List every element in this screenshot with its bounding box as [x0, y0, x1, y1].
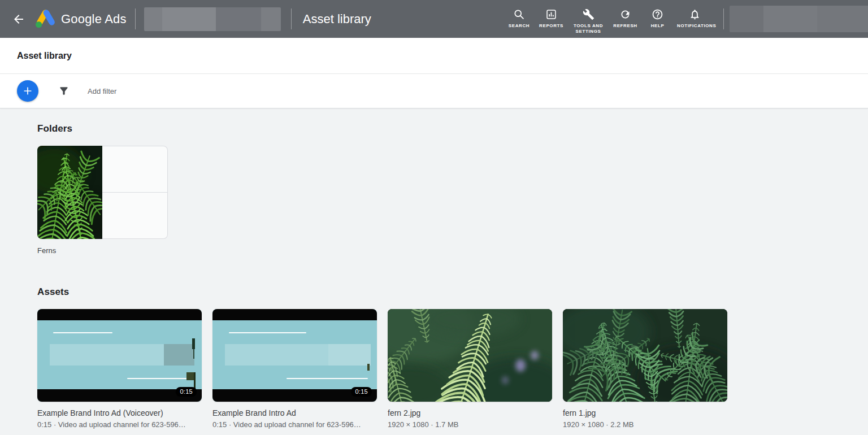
content-area: Folders Ferns Assets: [0, 108, 868, 435]
filter-button[interactable]: [58, 85, 70, 97]
asset-title: Example Brand Intro Ad (Voiceover): [37, 408, 202, 417]
reports-icon: [545, 8, 557, 20]
asset-meta: 0:15 · Video ad upload channel for 623-5…: [37, 420, 202, 429]
asset-title: fern 1.jpg: [563, 408, 727, 417]
header-divider: [723, 8, 724, 29]
page-title-row: Asset library: [0, 38, 868, 74]
top-app-bar: Google Ads Asset library SEARCH REPORTS: [0, 0, 868, 38]
tools-icon: [583, 8, 594, 20]
header-context-title: Asset library: [303, 12, 371, 27]
add-button[interactable]: [17, 80, 38, 102]
blurred-account-selector: [144, 7, 281, 31]
fern-photo: [37, 146, 102, 239]
asset-meta: 0:15 · Video ad upload channel for 623-5…: [212, 420, 377, 429]
asset-card-image-fern2[interactable]: fern 2.jpg 1920 × 1080 · 1.7 MB: [388, 309, 552, 429]
fern-photo: [563, 309, 727, 402]
filter-funnel-icon: [58, 85, 70, 97]
asset-title: Example Brand Intro Ad: [212, 408, 377, 417]
image-thumbnail: [388, 309, 552, 402]
header-nav: SEARCH REPORTS TOOLS AND SETTINGS REFRES…: [503, 0, 715, 34]
add-filter-label[interactable]: Add filter: [88, 87, 116, 95]
refresh-icon: [619, 8, 631, 20]
nav-refresh[interactable]: REFRESH: [609, 8, 641, 29]
arrow-back-icon: [12, 12, 25, 26]
folder-card-ferns[interactable]: [37, 146, 168, 239]
header-divider: [291, 8, 292, 29]
nav-tools-and-settings[interactable]: TOOLS AND SETTINGS: [567, 8, 609, 34]
help-icon: [652, 8, 663, 20]
folder-thumbnail-image: [37, 146, 102, 239]
folder-name: Ferns: [37, 246, 868, 255]
nav-search[interactable]: SEARCH: [503, 8, 535, 29]
asset-card-video-1[interactable]: 0:15 Example Brand Intro Ad (Voiceover) …: [37, 309, 202, 429]
filter-bar: Add filter: [0, 74, 868, 108]
blurred-account-info: [730, 6, 868, 32]
nav-help[interactable]: HELP: [641, 8, 674, 29]
video-thumbnail: 0:15: [212, 309, 377, 402]
back-button[interactable]: [12, 12, 25, 26]
search-icon: [513, 8, 525, 20]
asset-meta: 1920 × 1080 · 1.7 MB: [388, 420, 552, 429]
video-thumbnail: 0:15: [37, 309, 202, 402]
notifications-icon: [689, 8, 701, 20]
header-divider: [135, 8, 136, 29]
product-name: Google Ads: [61, 12, 127, 27]
folders-heading: Folders: [37, 123, 868, 134]
folders-section: Folders Ferns: [37, 123, 868, 255]
folder-thumbnail-cells: [102, 146, 168, 239]
asset-grid: 0:15 Example Brand Intro Ad (Voiceover) …: [37, 309, 868, 429]
asset-meta: 1920 × 1080 · 2.2 MB: [563, 420, 727, 429]
fern-photo: [388, 309, 552, 402]
asset-card-image-fern1[interactable]: fern 1.jpg 1920 × 1080 · 2.2 MB: [563, 309, 727, 429]
page-title: Asset library: [17, 51, 72, 61]
asset-card-video-2[interactable]: 0:15 Example Brand Intro Ad 0:15 · Video…: [212, 309, 377, 429]
duration-badge: 0:15: [176, 387, 197, 397]
assets-section: Assets 0:15 Example Brand Intro Ad (Voic…: [37, 286, 868, 429]
assets-heading: Assets: [37, 286, 868, 298]
image-thumbnail: [563, 309, 727, 402]
nav-notifications[interactable]: NOTIFICATIONS: [674, 8, 715, 29]
duration-badge: 0:15: [351, 387, 372, 397]
plus-icon: [22, 85, 33, 97]
google-ads-logo: [34, 8, 57, 31]
nav-reports[interactable]: REPORTS: [535, 8, 567, 29]
asset-title: fern 2.jpg: [388, 408, 552, 417]
